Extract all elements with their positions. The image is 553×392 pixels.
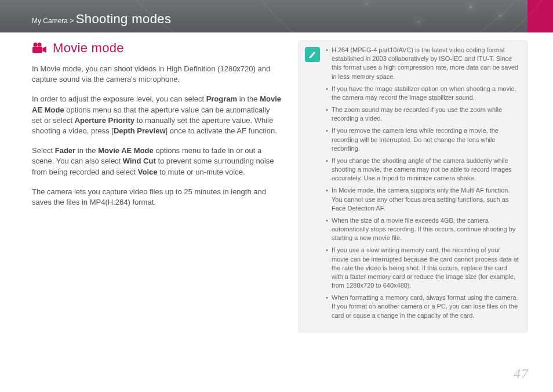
breadcrumb-path: My Camera >	[32, 17, 74, 25]
note-item: The zoom sound may be recorded if you us…	[326, 106, 519, 123]
note-item: If you use a slow writing memory card, t…	[326, 246, 519, 290]
movie-camera-icon	[32, 42, 47, 54]
svg-point-1	[37, 42, 41, 46]
content-area: Movie mode In Movie mode, you can shoot …	[0, 32, 553, 332]
note-item: In Movie mode, the camera supports only …	[326, 186, 519, 213]
note-item: H.264 (MPEG-4 part10/AVC) is the latest …	[326, 46, 519, 81]
notes-box: H.264 (MPEG-4 part10/AVC) is the latest …	[299, 41, 527, 332]
note-item: When formatting a memory card, always fo…	[326, 293, 519, 320]
note-icon	[305, 47, 320, 62]
note-item: If you remove the camera lens while reco…	[326, 126, 519, 153]
section-heading: Movie mode	[32, 41, 281, 56]
notes-column: H.264 (MPEG-4 part10/AVC) is the latest …	[299, 41, 527, 332]
paragraph-fader: Select Fader in the Movie AE Mode option…	[32, 146, 281, 177]
main-column: Movie mode In Movie mode, you can shoot …	[32, 41, 281, 217]
notes-list: H.264 (MPEG-4 part10/AVC) is the latest …	[326, 46, 519, 324]
page-number: 47	[514, 366, 529, 382]
svg-rect-2	[32, 47, 42, 53]
note-item: When the size of a movie file exceeds 4G…	[326, 216, 519, 243]
breadcrumb: My Camera > Shooting modes	[32, 12, 171, 27]
header-bar: My Camera > Shooting modes	[0, 0, 553, 32]
breadcrumb-section: Shooting modes	[76, 12, 172, 26]
page: My Camera > Shooting modes Movie mode In…	[0, 0, 553, 392]
paragraph-capture: The camera lets you capture video files …	[32, 187, 281, 208]
note-item: If you have the image stabilizer option …	[326, 85, 519, 102]
paragraph-exposure: In order to adjust the exposure level, y…	[32, 94, 281, 136]
note-item: If you change the shooting angle of the …	[326, 157, 519, 183]
svg-point-0	[33, 42, 37, 46]
section-title: Movie mode	[53, 41, 124, 56]
paragraph-intro: In Movie mode, you can shoot videos in H…	[32, 64, 281, 85]
